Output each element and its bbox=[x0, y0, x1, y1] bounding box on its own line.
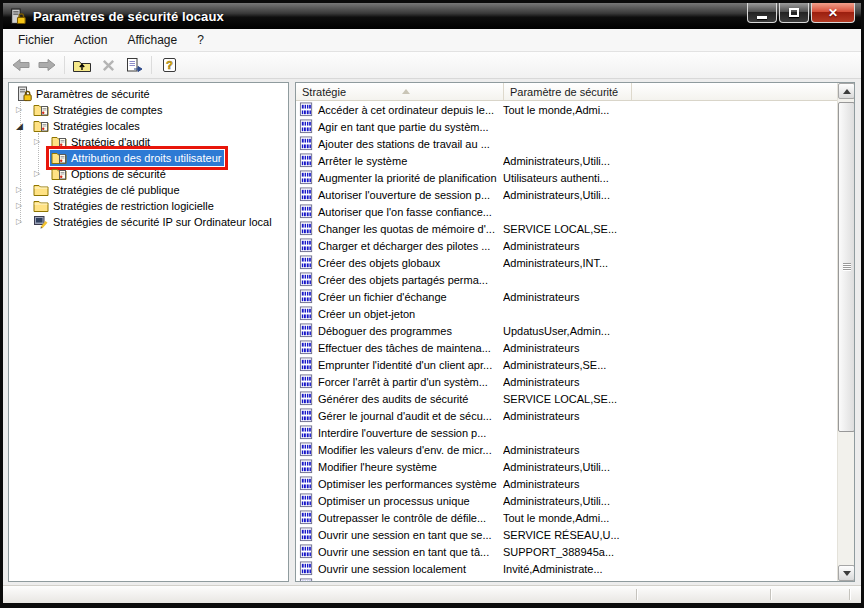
policy-doc-icon bbox=[299, 357, 314, 372]
tree-item[interactable]: ◢ Stratégies locales bbox=[9, 118, 288, 134]
policy-row[interactable]: Forcer l'arrêt à partir d'un systèm...Ad… bbox=[296, 373, 837, 390]
menu-fichier[interactable]: Fichier bbox=[8, 30, 64, 50]
forward-button[interactable] bbox=[34, 54, 60, 77]
policy-row[interactable]: Accéder à cet ordinateur depuis le...Tou… bbox=[296, 101, 837, 118]
tree-item[interactable]: Paramètres de sécurité bbox=[9, 86, 288, 102]
expander-collapsed-icon[interactable]: ▷ bbox=[14, 198, 32, 214]
minimize-button[interactable] bbox=[747, 3, 777, 23]
tree-item-content[interactable]: Stratégies de restriction logicielle bbox=[32, 198, 217, 214]
policy-doc-icon bbox=[299, 238, 314, 253]
scroll-down-button[interactable] bbox=[838, 565, 855, 581]
column-header-parametre[interactable]: Paramètre de sécurité bbox=[504, 83, 632, 100]
policy-row[interactable]: Charger et décharger des pilotes ...Admi… bbox=[296, 237, 837, 254]
security-setting: Administrateurs bbox=[503, 342, 653, 354]
policy-row[interactable]: Créer des objets partagés perma... bbox=[296, 271, 837, 288]
policy-row[interactable]: Ouvrir une session en tant que tâ...SUPP… bbox=[296, 543, 837, 560]
tree-item[interactable]: Attribution des droits utilisateur bbox=[9, 150, 288, 166]
policy-doc-icon bbox=[299, 340, 314, 355]
help-button[interactable]: ? bbox=[156, 54, 182, 77]
policy-row[interactable] bbox=[296, 577, 837, 581]
tree-item-content[interactable]: Paramètres de sécurité bbox=[15, 86, 153, 102]
tree-item[interactable]: ▷ Options de sécurité bbox=[9, 166, 288, 182]
back-button[interactable] bbox=[8, 54, 34, 77]
policy-row[interactable]: Autoriser que l'on fasse confiance... bbox=[296, 203, 837, 220]
column-header-strategie[interactable]: Stratégie bbox=[296, 83, 504, 100]
policy-row[interactable]: Changer les quotas de mémoire d'...SERVI… bbox=[296, 220, 837, 237]
scroll-up-button[interactable] bbox=[838, 83, 855, 99]
expander-collapsed-icon[interactable]: ▷ bbox=[14, 214, 32, 230]
expander-collapsed-icon[interactable]: ▷ bbox=[32, 134, 50, 150]
policy-name: Arrêter le système bbox=[318, 155, 407, 167]
tree-item-content[interactable]: Stratégies de sécurité IP sur Ordinateur… bbox=[32, 214, 275, 230]
policy-name: Ouvrir une session localement bbox=[318, 563, 466, 575]
policy-name: Effectuer des tâches de maintena... bbox=[318, 342, 491, 354]
close-button[interactable]: ✕ bbox=[811, 3, 855, 23]
policy-name: Charger et décharger des pilotes ... bbox=[318, 240, 490, 252]
policy-row[interactable]: Gérer le journal d'audit et de sécu...Ad… bbox=[296, 407, 837, 424]
policy-row[interactable]: Ajouter des stations de travail au ... bbox=[296, 135, 837, 152]
menu-help[interactable]: ? bbox=[187, 30, 214, 50]
tree-item-content[interactable]: Stratégies locales bbox=[32, 118, 143, 134]
tree-item[interactable]: ▷ Stratégies de sécurité IP sur Ordinate… bbox=[9, 214, 288, 230]
policy-name: Autoriser que l'on fasse confiance... bbox=[318, 206, 492, 218]
expander-collapsed-icon[interactable]: ▷ bbox=[14, 102, 32, 118]
policy-row[interactable]: Outrepasser le contrôle de défile...Tout… bbox=[296, 509, 837, 526]
policy-row[interactable]: Optimiser les performances systèmeAdmini… bbox=[296, 475, 837, 492]
menu-action[interactable]: Action bbox=[64, 30, 117, 50]
scroll-up-icon bbox=[843, 89, 851, 94]
tree-item-content[interactable]: Stratégies de comptes bbox=[32, 102, 165, 118]
policy-row[interactable]: Créer des objets globauxAdministrateurs,… bbox=[296, 254, 837, 271]
tree-item-content[interactable]: Options de sécurité bbox=[50, 166, 169, 182]
policy-row[interactable]: Créer un fichier d'échangeAdministrateur… bbox=[296, 288, 837, 305]
policy-row[interactable]: Arrêter le systèmeAdministrateurs,Utili.… bbox=[296, 152, 837, 169]
tree-item-content[interactable]: Stratégie d'audit bbox=[50, 134, 153, 150]
ipsec-icon bbox=[33, 215, 49, 229]
policy-name: Créer un objet-jeton bbox=[318, 308, 415, 320]
policy-row[interactable]: Créer un objet-jeton bbox=[296, 305, 837, 322]
expander-collapsed-icon[interactable]: ▷ bbox=[32, 166, 50, 182]
tree-item-label: Stratégies de sécurité IP sur Ordinateur… bbox=[53, 216, 272, 228]
vertical-scrollbar[interactable] bbox=[837, 83, 854, 581]
policy-row[interactable]: Autoriser l'ouverture de session p...Adm… bbox=[296, 186, 837, 203]
menu-affichage[interactable]: Affichage bbox=[117, 30, 187, 50]
policy-row[interactable]: Modifier l'heure systèmeAdministrateurs,… bbox=[296, 458, 837, 475]
list-panel[interactable]: Stratégie Paramètre de sécurité Accéder … bbox=[295, 82, 855, 582]
scrollbar-thumb[interactable] bbox=[838, 102, 855, 432]
policy-row[interactable]: Ouvrir une session en tant que se...SERV… bbox=[296, 526, 837, 543]
policy-folder-icon bbox=[33, 103, 49, 117]
expander-expanded-icon[interactable]: ◢ bbox=[14, 118, 32, 134]
policy-row[interactable]: Interdire l'ouverture de session p... bbox=[296, 424, 837, 441]
tree-item-label: Stratégie d'audit bbox=[71, 136, 150, 148]
delete-button[interactable] bbox=[95, 54, 121, 77]
tree-item-content[interactable]: Stratégies de clé publique bbox=[32, 182, 183, 198]
policy-name: Ouvrir une session en tant que tâ... bbox=[318, 546, 489, 558]
policy-row[interactable]: Ouvrir une session localementInvité,Admi… bbox=[296, 560, 837, 577]
export-list-button[interactable] bbox=[121, 54, 147, 77]
titlebar: Paramètres de sécurité locaux ✕ bbox=[3, 3, 861, 29]
policy-row[interactable]: Effectuer des tâches de maintena...Admin… bbox=[296, 339, 837, 356]
policy-folder-icon bbox=[51, 151, 67, 165]
tree-item[interactable]: ▷ Stratégies de clé publique bbox=[9, 182, 288, 198]
policy-row[interactable]: Augmenter la priorité de planificationUt… bbox=[296, 169, 837, 186]
tree-item[interactable]: ▷ Stratégies de restriction logicielle bbox=[9, 198, 288, 214]
policy-row[interactable]: Emprunter l'identité d'un client apr...A… bbox=[296, 356, 837, 373]
tree-item-label: Stratégies de restriction logicielle bbox=[53, 200, 214, 212]
policy-row[interactable]: Déboguer des programmesUpdatusUser,Admin… bbox=[296, 322, 837, 339]
up-one-level-button[interactable] bbox=[69, 54, 95, 77]
tree-panel[interactable]: Paramètres de sécurité▷ Stratégies de co… bbox=[8, 82, 289, 582]
arrow-right-icon bbox=[37, 58, 57, 72]
expander-collapsed-icon[interactable]: ▷ bbox=[14, 182, 32, 198]
tree-selected-item[interactable]: Attribution des droits utilisateur bbox=[50, 150, 224, 166]
policy-row[interactable]: Agir en tant que partie du systèm... bbox=[296, 118, 837, 135]
policy-name: Optimiser un processus unique bbox=[318, 495, 470, 507]
tree-item[interactable]: ▷ Stratégies de comptes bbox=[9, 102, 288, 118]
policy-name: Agir en tant que partie du systèm... bbox=[318, 121, 489, 133]
policy-doc-icon bbox=[299, 187, 314, 202]
policy-row[interactable]: Optimiser un processus uniqueAdministrat… bbox=[296, 492, 837, 509]
policy-row[interactable]: Générer des audits de sécuritéSERVICE LO… bbox=[296, 390, 837, 407]
maximize-button[interactable] bbox=[779, 3, 809, 23]
policy-row[interactable]: Modifier les valeurs d'env. de micr...Ad… bbox=[296, 441, 837, 458]
tree-item[interactable]: ▷ Stratégie d'audit bbox=[9, 134, 288, 150]
policy-name-cell bbox=[296, 578, 503, 581]
policy-name: Déboguer des programmes bbox=[318, 325, 452, 337]
